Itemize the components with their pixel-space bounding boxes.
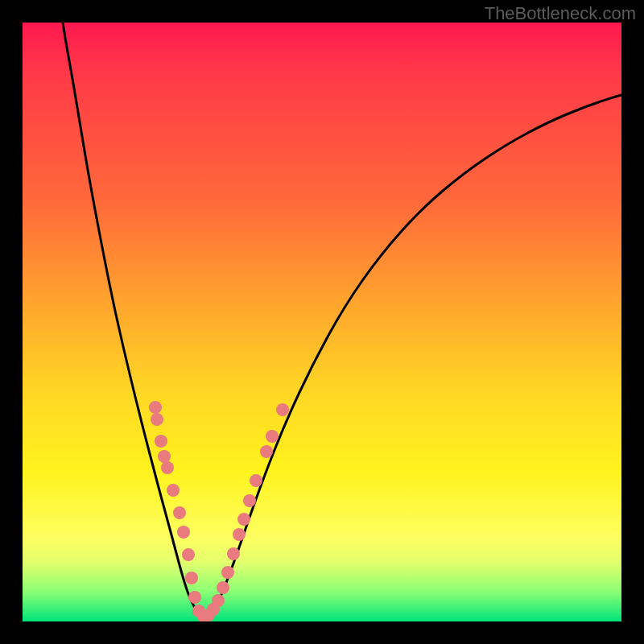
data-point xyxy=(155,435,167,448)
data-point xyxy=(221,566,234,579)
data-point xyxy=(177,526,190,539)
data-point xyxy=(217,581,229,594)
data-point xyxy=(212,594,225,607)
plot-area xyxy=(23,23,621,621)
plot-svg xyxy=(23,23,621,621)
watermark-text: TheBottleneck.com xyxy=(485,3,636,24)
data-point xyxy=(161,461,174,474)
data-point xyxy=(250,474,262,487)
data-point xyxy=(167,484,180,497)
data-point xyxy=(185,572,198,584)
data-point xyxy=(233,528,246,541)
data-point xyxy=(266,430,279,443)
data-point xyxy=(243,494,256,507)
data-point xyxy=(237,513,250,526)
data-point xyxy=(188,591,201,604)
chart-frame: TheBottleneck.com xyxy=(0,0,644,644)
data-point xyxy=(149,401,162,414)
data-point xyxy=(151,413,163,426)
data-point xyxy=(182,548,195,561)
highlighted-points xyxy=(149,401,289,621)
data-point xyxy=(260,445,273,458)
data-point xyxy=(227,547,240,560)
data-point xyxy=(173,506,186,519)
data-point xyxy=(276,403,289,416)
bottleneck-curve xyxy=(63,23,621,616)
data-point xyxy=(158,450,171,463)
